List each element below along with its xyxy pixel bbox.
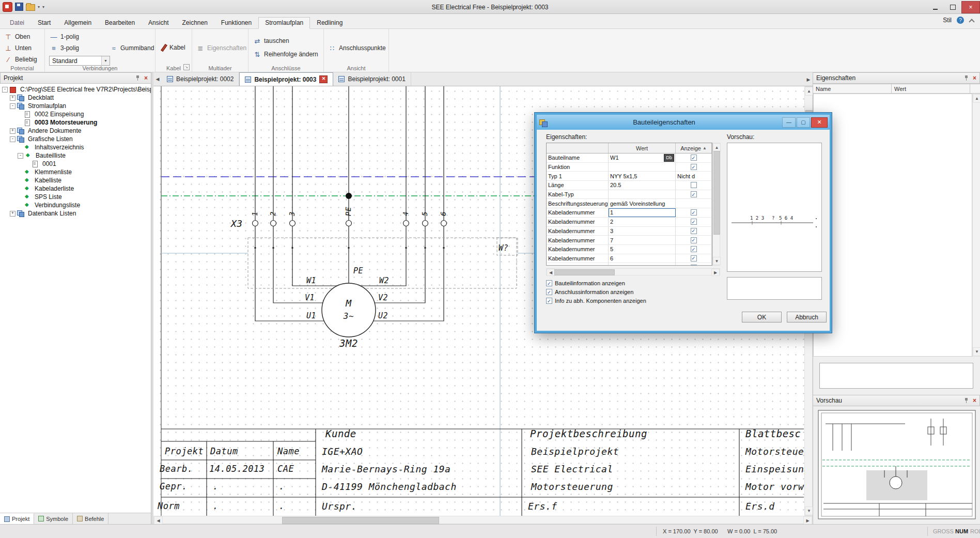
anzeige-checkbox[interactable] <box>691 237 697 243</box>
tree-item-kabeladerliste[interactable]: Kabeladerliste <box>0 185 151 193</box>
chevron-down-icon[interactable]: ▼ <box>101 56 110 65</box>
maximize-button[interactable] <box>944 2 961 13</box>
collapse-icon[interactable]: - <box>10 136 15 142</box>
tab-scroll-right-icon[interactable]: ▶ <box>804 72 813 86</box>
grid-hscrollbar[interactable]: ◀ ▶ <box>546 268 720 275</box>
grid-hscroll-thumb[interactable] <box>554 269 615 275</box>
panel-tab-symbole[interactable]: Symbole <box>34 513 73 524</box>
tree-item-0002[interactable]: 0002 Einspeisung <box>0 110 151 118</box>
tree-item-0001[interactable]: 0001 <box>0 160 151 168</box>
anzeige-checkbox[interactable] <box>691 246 697 252</box>
qat-dropdown-icon[interactable]: ▾ <box>38 5 40 9</box>
expand-icon[interactable]: + <box>10 211 15 217</box>
properties-list[interactable] <box>813 94 972 357</box>
tree-item-inhaltsverzeichnis[interactable]: Inhaltsverzeichnis <box>0 143 151 151</box>
eigenschaften-button[interactable]: ≣Eigenschaften <box>195 43 248 53</box>
ok-button[interactable]: OK <box>742 312 782 322</box>
properties-grid[interactable]: Wert Anzeige▲ BauteilnameW1Db Funktion T… <box>546 143 712 266</box>
tab-stromlaufplan[interactable]: Stromlaufplan <box>258 17 310 29</box>
dialog-maximize-icon[interactable]: ▢ <box>797 117 810 128</box>
scroll-up-icon[interactable]: ▲ <box>805 87 813 96</box>
anzeige-checkbox[interactable] <box>691 191 697 197</box>
property-row[interactable]: Beschriftungssteuerunggemäß Voreinstellu… <box>547 199 712 208</box>
option-anschlussinformation[interactable]: Anschlussinformation anzeigen <box>546 289 633 295</box>
tab-redlining[interactable]: Redlining <box>310 17 349 29</box>
scroll-down-icon[interactable]: ▼ <box>713 257 721 265</box>
close-button[interactable]: × <box>961 1 980 13</box>
property-row[interactable]: Kabeladernummer2 <box>547 218 712 227</box>
potential-beliebig-button[interactable]: ∕Beliebig <box>3 55 39 64</box>
kabel-button[interactable]: Kabel <box>158 43 187 52</box>
property-row[interactable]: Kabeladernummer3 <box>547 227 712 236</box>
tree-item-datenbank-listen[interactable]: +Datenbank Listen <box>0 209 151 218</box>
tree-item-klemmenliste[interactable]: Klemmenliste <box>0 168 151 176</box>
scroll-down-icon[interactable]: ▼ <box>805 506 813 515</box>
doc-tab-0002[interactable]: Beispielprojekt: 0002 <box>162 72 239 86</box>
property-row[interactable]: Typ 1NYY 5x1,5Nicht d <box>547 172 712 181</box>
anzeige-checkbox[interactable] <box>691 209 697 216</box>
property-row[interactable]: Kabeladernummer5 <box>547 245 712 254</box>
dialog-titlebar[interactable]: Bauteileigenschaften — ▢ ✕ <box>537 115 830 130</box>
properties-vscrollbar[interactable]: ▲ ▼ <box>972 94 980 357</box>
three-pole-button[interactable]: ≡3-polig <box>48 43 81 53</box>
open-folder-icon[interactable] <box>26 4 35 11</box>
cancel-button[interactable]: Abbruch <box>787 312 827 322</box>
anzeige-checkbox[interactable] <box>691 219 697 225</box>
dialog-minimize-icon[interactable]: — <box>782 117 796 128</box>
panel-tab-befehle[interactable]: Befehle <box>73 513 108 524</box>
grid-vscrollbar[interactable]: ▲ ▼ <box>712 143 720 266</box>
panel-tab-projekt[interactable]: Projekt <box>0 513 34 525</box>
tree-item-bauteilliste[interactable]: -Bauteilliste <box>0 151 151 160</box>
tree-item-andere-dokumente[interactable]: +Andere Dokumente <box>0 127 151 135</box>
scroll-left-icon[interactable]: ◀ <box>547 269 555 276</box>
anzeige-checkbox[interactable] <box>691 265 697 266</box>
tab-start[interactable]: Start <box>31 17 57 29</box>
canvas-hscrollbar[interactable]: ◀ ▶ <box>153 516 813 524</box>
expand-icon[interactable]: + <box>10 128 15 134</box>
collapse-icon[interactable]: - <box>18 153 23 159</box>
tab-bearbeiten[interactable]: Bearbeiten <box>98 17 142 29</box>
checkbox-icon[interactable] <box>546 298 552 304</box>
kabel-dialog-launcher-icon[interactable]: ↘ <box>183 64 190 70</box>
tauschen-button[interactable]: ⇄tauschen <box>252 36 291 45</box>
tree-item-verbindungsliste[interactable]: Verbindungsliste <box>0 201 151 209</box>
pin-icon[interactable] <box>963 397 969 404</box>
save-icon[interactable] <box>15 3 23 11</box>
doc-tab-0001[interactable]: Beispielprojekt: 0001 <box>333 72 411 86</box>
tree-item-0003[interactable]: 0003 Motorsteuerung <box>0 118 151 127</box>
reihenfolge-button[interactable]: ⇅Reihenfolge ändern <box>252 50 320 59</box>
doc-tab-0003[interactable]: Beispielprojekt: 0003✕ <box>239 72 333 86</box>
grid-header-blank[interactable] <box>547 143 609 153</box>
property-row[interactable]: Länge20.5 <box>547 181 712 190</box>
pin-icon[interactable] <box>963 75 969 81</box>
tab-zeichnen[interactable]: Zeichnen <box>175 17 214 29</box>
anschlusspunkte-button[interactable]: ∷Anschlusspunkte <box>326 43 387 53</box>
collapse-icon[interactable]: - <box>2 87 8 93</box>
scroll-down-icon[interactable]: ▼ <box>973 347 980 356</box>
property-row[interactable]: Kabeladernummer7 <box>547 236 712 245</box>
scroll-right-icon[interactable]: ▶ <box>711 269 720 276</box>
tab-allgemein[interactable]: Allgemein <box>57 17 98 29</box>
tree-item-grafische-listen[interactable]: -Grafische Listen <box>0 135 151 143</box>
panel-close-icon[interactable]: × <box>973 75 976 81</box>
col-header-wert[interactable]: Wert <box>892 84 970 94</box>
panel-close-icon[interactable]: × <box>973 397 976 404</box>
expand-icon[interactable]: + <box>10 95 15 101</box>
value-edit-field[interactable]: 1 <box>609 208 676 217</box>
hscroll-thumb[interactable] <box>282 517 439 524</box>
style-menu[interactable]: Stil <box>943 17 952 24</box>
tree-item-deckblatt[interactable]: +Deckblatt <box>0 94 151 102</box>
tree-item-sps-liste[interactable]: SPS Liste <box>0 193 151 201</box>
collapse-ribbon-icon[interactable] <box>969 18 974 23</box>
minimize-button[interactable] <box>926 2 944 13</box>
scroll-right-icon[interactable]: ▶ <box>803 516 812 525</box>
help-icon[interactable]: ? <box>957 17 964 24</box>
tab-datei[interactable]: Datei <box>3 17 31 29</box>
tab-ansicht[interactable]: Ansicht <box>142 17 175 29</box>
panel-close-icon[interactable]: × <box>144 75 148 81</box>
checkbox-icon[interactable] <box>546 280 552 286</box>
scroll-up-icon[interactable]: ▲ <box>713 143 721 151</box>
tree-item-kabelliste[interactable]: Kabelliste <box>0 176 151 185</box>
pin-icon[interactable] <box>135 75 141 81</box>
anzeige-checkbox[interactable] <box>691 255 697 262</box>
